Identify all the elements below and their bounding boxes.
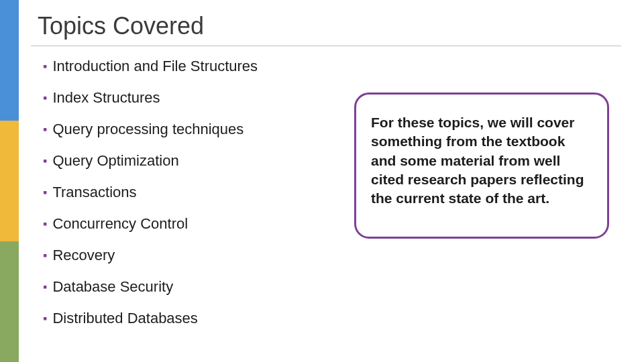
bullet-icon: ▪ — [43, 121, 47, 138]
stripe-segment-yellow — [0, 121, 19, 241]
list-item-label: Introduction and File Structures — [52, 58, 258, 74]
list-item: ▪ Query Optimization — [43, 152, 325, 170]
callout-text: For these topics, we will cover somethin… — [371, 113, 592, 208]
slide-title: Topics Covered — [38, 12, 204, 40]
bullet-icon: ▪ — [43, 215, 47, 233]
list-item: ▪ Recovery — [43, 247, 325, 264]
bullet-icon: ▪ — [43, 310, 47, 327]
stripe-segment-green — [0, 241, 19, 362]
list-item: ▪ Introduction and File Structures — [43, 58, 325, 75]
list-item-label: Distributed Databases — [52, 310, 197, 326]
topics-list: ▪ Introduction and File Structures ▪ Ind… — [43, 58, 325, 341]
list-item-label: Database Security — [52, 278, 173, 295]
bullet-icon: ▪ — [43, 152, 47, 170]
bullet-icon: ▪ — [43, 247, 47, 264]
bullet-icon: ▪ — [43, 184, 47, 201]
callout-box: For these topics, we will cover somethin… — [354, 93, 609, 239]
list-item: ▪ Distributed Databases — [43, 310, 325, 327]
slide: Topics Covered ▪ Introduction and File S… — [0, 0, 644, 362]
bullet-icon: ▪ — [43, 278, 47, 296]
list-item: ▪ Database Security — [43, 278, 325, 296]
list-item-label: Transactions — [52, 184, 136, 200]
list-item: ▪ Concurrency Control — [43, 215, 325, 233]
list-item: ▪ Transactions — [43, 184, 325, 201]
bullet-icon: ▪ — [43, 89, 47, 107]
title-divider — [31, 46, 621, 46]
stripe-segment-blue — [0, 0, 19, 121]
list-item-label: Concurrency Control — [52, 215, 188, 232]
list-item-label: Query processing techniques — [52, 121, 244, 137]
bullet-icon: ▪ — [43, 58, 47, 75]
list-item-label: Recovery — [52, 247, 115, 263]
list-item: ▪ Query processing techniques — [43, 121, 325, 138]
list-item-label: Query Optimization — [52, 152, 178, 169]
list-item: ▪ Index Structures — [43, 89, 325, 107]
list-item-label: Index Structures — [52, 89, 160, 106]
side-stripe — [0, 0, 19, 362]
